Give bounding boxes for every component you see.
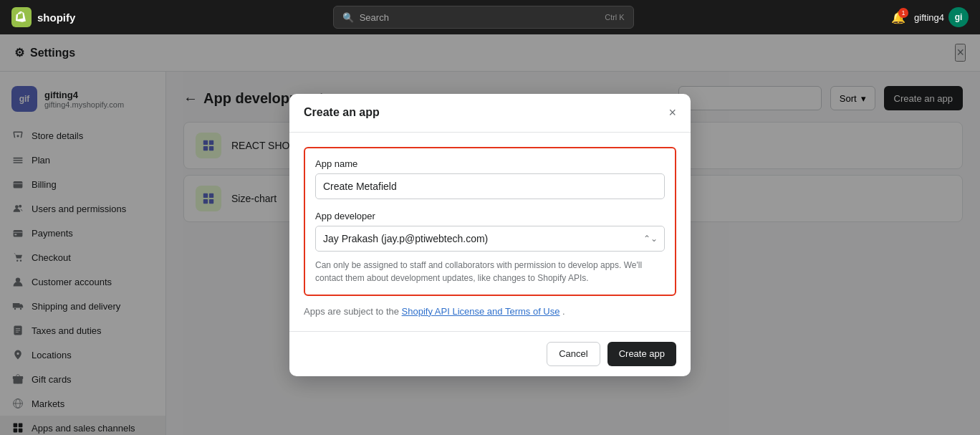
notification-icon[interactable]: 🔔 1 — [891, 11, 905, 24]
topbar: shopify 🔍 Search Ctrl K 🔔 1 gifting4 gi — [0, 0, 980, 34]
modal-overlay: Create an app × App name App developer — [0, 34, 980, 435]
modal-header: Create an app × — [289, 94, 691, 133]
terms-link[interactable]: Shopify API License and Terms of Use — [402, 306, 560, 317]
cancel-button[interactable]: Cancel — [547, 342, 600, 366]
app-developer-select[interactable]: Jay Prakash (jay.p@ptiwebtech.com) — [315, 226, 665, 252]
terms-suffix: . — [562, 306, 565, 317]
app-developer-select-wrapper: Jay Prakash (jay.p@ptiwebtech.com) ⌃⌄ — [315, 226, 665, 252]
search-shortcut: Ctrl K — [605, 13, 625, 21]
topbar-left: shopify — [11, 7, 75, 27]
app-name-input[interactable] — [315, 173, 665, 199]
terms-prefix: Apps are subject to the — [304, 306, 402, 317]
avatar: gi — [948, 7, 969, 27]
modal-close-button[interactable]: × — [668, 105, 676, 120]
search-bar[interactable]: 🔍 Search Ctrl K — [333, 6, 634, 29]
modal-body: App name App developer Jay Prakash (jay.… — [289, 133, 691, 331]
shopify-logo-icon — [11, 7, 32, 27]
shopify-logo: shopify — [11, 7, 75, 27]
form-section-outlined: App name App developer Jay Prakash (jay.… — [304, 147, 676, 296]
terms-text: Apps are subject to the Shopify API Lice… — [304, 306, 676, 317]
app-developer-field: App developer Jay Prakash (jay.p@ptiwebt… — [315, 211, 665, 252]
search-icon: 🔍 — [342, 12, 354, 23]
shopify-logo-text: shopify — [37, 11, 75, 24]
user-button[interactable]: gifting4 gi — [914, 7, 969, 27]
app-name-field: App name — [315, 158, 665, 199]
modal-footer: Cancel Create app — [289, 331, 691, 376]
app-developer-label: App developer — [315, 211, 665, 221]
user-name: gifting4 — [914, 12, 944, 23]
notification-badge: 1 — [898, 8, 908, 18]
settings-window: ⚙ Settings × gif gifting4 gifting4.mysho… — [0, 34, 980, 435]
app-name-label: App name — [315, 158, 665, 169]
create-app-modal: Create an app × App name App developer — [289, 94, 691, 376]
topbar-right: 🔔 1 gifting4 gi — [891, 7, 969, 27]
search-placeholder-text: Search — [360, 12, 389, 23]
create-app-modal-button[interactable]: Create app — [607, 342, 676, 366]
modal-title: Create an app — [304, 106, 380, 119]
helper-text: Can only be assigned to staff and collab… — [315, 259, 665, 285]
